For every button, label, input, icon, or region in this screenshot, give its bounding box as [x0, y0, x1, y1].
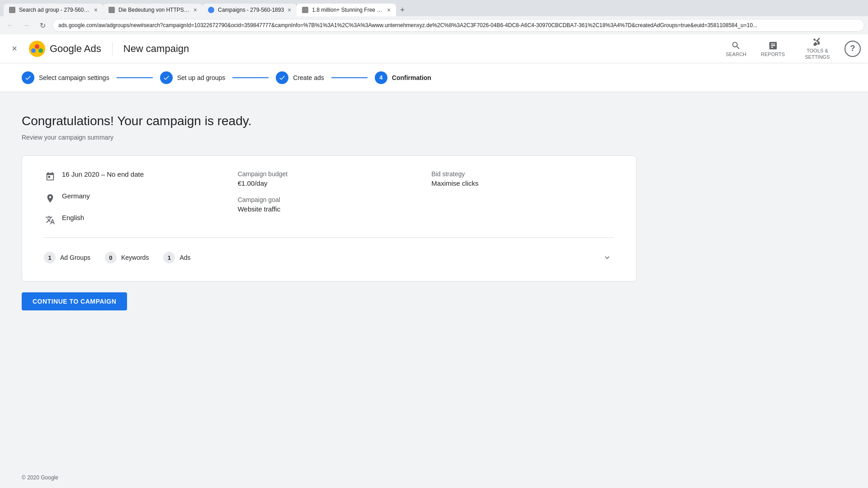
- location-item: Germany: [44, 192, 227, 205]
- step-3-label: Create ads: [293, 74, 324, 81]
- step-connector-1: [117, 77, 153, 78]
- tab-4-favicon: [302, 7, 308, 13]
- help-button[interactable]: ?: [844, 41, 861, 57]
- keywords-badge: 0 Keywords: [105, 252, 149, 263]
- campaign-title: New campaign: [123, 43, 189, 55]
- svg-point-1: [31, 48, 36, 53]
- summary-grid: 16 Jun 2020 – No end date Germany Englis…: [44, 170, 614, 226]
- search-icon: [731, 41, 741, 51]
- location-icon: [44, 192, 57, 205]
- search-tool-label: SEARCH: [726, 52, 746, 57]
- new-tab-button[interactable]: +: [396, 4, 409, 16]
- step-2-check-icon: [163, 74, 170, 81]
- keywords-label: Keywords: [121, 254, 149, 261]
- ad-groups-count: 1: [44, 252, 56, 263]
- translate-icon: [44, 214, 57, 226]
- header-divider: [112, 42, 113, 56]
- tab-4-close[interactable]: ×: [387, 6, 391, 14]
- bid-strategy-label: Bid strategy: [431, 170, 614, 178]
- tab-2[interactable]: Die Bedeutung von HTTPS ... ×: [103, 4, 203, 16]
- tools-icon: [812, 37, 822, 47]
- language-item: English: [44, 214, 227, 226]
- budget-value: €1.00/day: [238, 179, 421, 187]
- location-text: Germany: [62, 192, 90, 200]
- calendar-icon: [44, 170, 57, 183]
- reports-tool[interactable]: REPORTS: [755, 37, 790, 61]
- summary-middle: Campaign budget €1.00/day Campaign goal …: [238, 170, 421, 226]
- summary-left: 16 Jun 2020 – No end date Germany Englis…: [44, 170, 227, 226]
- browser-chrome: Search ad group - 279-560-1... × Die Bed…: [0, 0, 868, 34]
- step-3: Create ads: [276, 71, 324, 84]
- step-connector-2: [232, 77, 269, 78]
- google-ads-logo: Google Ads: [29, 41, 101, 57]
- summary-divider: [44, 237, 614, 238]
- date-range-text: 16 Jun 2020 – No end date: [62, 170, 144, 178]
- ads-count: 1: [163, 252, 175, 263]
- tab-3[interactable]: Campaigns - 279-560-1893 ×: [203, 4, 297, 16]
- tab-1-title: Search ad group - 279-560-1...: [19, 7, 90, 13]
- step-connector-3: [331, 77, 368, 78]
- ads-badge: 1 Ads: [163, 252, 190, 263]
- language-text: English: [62, 214, 84, 221]
- search-tool[interactable]: SEARCH: [720, 37, 752, 61]
- header-tools: SEARCH REPORTS TOOLS & SETTINGS ?: [720, 33, 861, 63]
- budget-section: Campaign budget €1.00/day: [238, 170, 421, 187]
- tab-2-favicon: [108, 7, 115, 13]
- step-4-label: Confirmation: [392, 74, 431, 81]
- step-1: Select campaign settings: [22, 71, 109, 84]
- continue-to-campaign-button[interactable]: CONTINUE TO CAMPAIGN: [22, 292, 127, 310]
- tab-2-close[interactable]: ×: [193, 6, 197, 14]
- tab-bar: Search ad group - 279-560-1... × Die Bed…: [0, 0, 868, 16]
- step-1-check-icon: [24, 74, 32, 81]
- tab-3-title: Campaigns - 279-560-1893: [218, 7, 284, 13]
- close-button[interactable]: ×: [7, 42, 22, 56]
- tab-1-favicon: [9, 7, 15, 13]
- step-2: Set up ad groups: [160, 71, 226, 84]
- step-1-circle: [22, 71, 34, 84]
- step-3-check-icon: [278, 74, 286, 81]
- bid-strategy-section: Bid strategy Maximise clicks: [431, 170, 614, 187]
- tools-tool-label: TOOLS & SETTINGS: [799, 48, 835, 60]
- tab-3-close[interactable]: ×: [288, 6, 291, 14]
- address-bar[interactable]: ads.google.com/aw/adgroups/new#search?ca…: [52, 19, 864, 32]
- tab-4-title: 1.8 million+ Stunning Free Im...: [312, 7, 383, 13]
- tab-3-favicon: [208, 7, 214, 13]
- congrats-subtitle: Review your campaign summary: [22, 134, 846, 141]
- footer: © 2020 Google: [0, 467, 868, 488]
- step-4-number: 4: [379, 74, 382, 81]
- step-2-label: Set up ad groups: [177, 74, 226, 81]
- main-content: Congratulations! Your campaign is ready.…: [0, 92, 868, 325]
- summary-right: Bid strategy Maximise clicks: [431, 170, 614, 226]
- refresh-button[interactable]: ↻: [36, 19, 49, 32]
- step-3-circle: [276, 71, 288, 84]
- summary-card: 16 Jun 2020 – No end date Germany Englis…: [22, 155, 637, 282]
- tab-1-close[interactable]: ×: [94, 6, 98, 14]
- reports-icon: [768, 41, 778, 51]
- congrats-title: Congratulations! Your campaign is ready.: [22, 114, 846, 128]
- reports-tool-label: REPORTS: [761, 52, 785, 57]
- address-bar-row: ← → ↻ ads.google.com/aw/adgroups/new#sea…: [0, 16, 868, 34]
- step-4: 4 Confirmation: [375, 71, 431, 84]
- svg-point-3: [35, 44, 39, 49]
- budget-label: Campaign budget: [238, 170, 421, 178]
- expand-groups-button[interactable]: [600, 250, 614, 265]
- forward-button[interactable]: →: [20, 19, 33, 32]
- chevron-down-icon: [603, 253, 612, 262]
- goal-value: Website traffic: [238, 205, 421, 213]
- tools-tool[interactable]: TOOLS & SETTINGS: [794, 33, 841, 63]
- copyright: © 2020 Google: [22, 474, 58, 481]
- goal-label: Campaign goal: [238, 196, 421, 203]
- step-4-circle: 4: [375, 71, 387, 84]
- ad-groups-label: Ad Groups: [60, 254, 90, 261]
- google-ads-logo-icon: [29, 41, 45, 57]
- tab-1[interactable]: Search ad group - 279-560-1... ×: [4, 4, 103, 16]
- step-1-label: Select campaign settings: [39, 74, 109, 81]
- ads-label: Ads: [179, 254, 190, 261]
- step-2-circle: [160, 71, 173, 84]
- svg-point-2: [38, 48, 43, 53]
- ad-groups-badge: 1 Ad Groups: [44, 252, 90, 263]
- tab-4[interactable]: 1.8 million+ Stunning Free Im... ×: [297, 4, 396, 16]
- address-text: ads.google.com/aw/adgroups/new#search?ca…: [58, 22, 757, 28]
- tab-2-title: Die Bedeutung von HTTPS ...: [118, 7, 190, 13]
- back-button[interactable]: ←: [4, 19, 16, 32]
